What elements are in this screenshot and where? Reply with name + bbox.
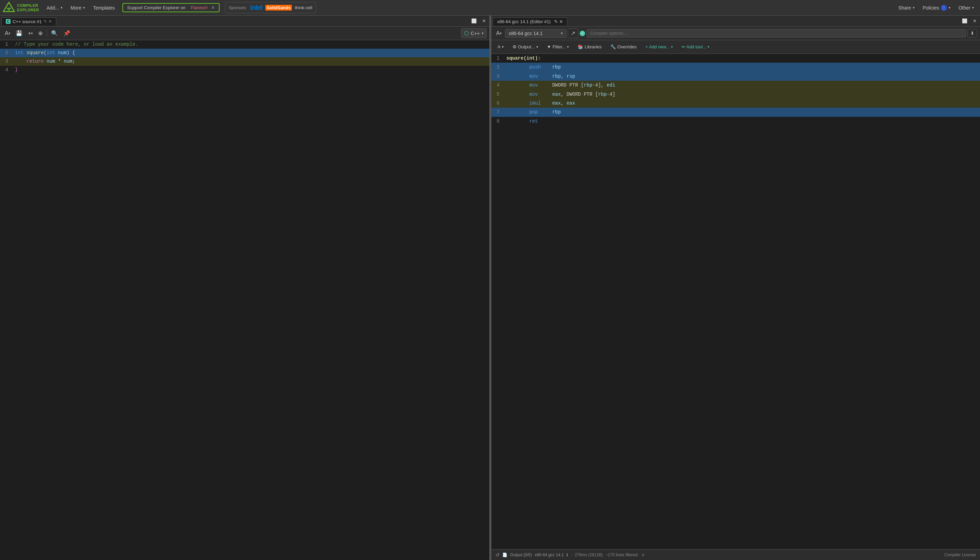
compiler-tab-close-icon[interactable]: ✕ bbox=[559, 19, 563, 24]
code-line: 2 int square(int num) { bbox=[0, 49, 489, 57]
add-chevron-icon: ▾ bbox=[61, 6, 62, 10]
logo-text: COMPILER EXPLORER bbox=[17, 3, 39, 12]
compiler-open-button[interactable]: ↗ bbox=[568, 28, 578, 38]
compiler-tab-bar: x86-64 gcc 14.1 (Editor #1) ✎ ✕ ⬜ ✕ bbox=[492, 16, 980, 27]
asm-line: 4 mov DWORD PTR [rbp-4], edi bbox=[492, 81, 980, 90]
asm-line: 1 square(int): bbox=[492, 54, 980, 63]
assembly-output[interactable]: 1 square(int): 2 push rbp 3 mov rbp, rsp… bbox=[492, 54, 980, 549]
logo[interactable]: COMPILER EXPLORER bbox=[3, 2, 39, 14]
override-icon: 🔧 bbox=[610, 44, 616, 49]
add-tool-button[interactable]: ✏ Add tool... ▾ bbox=[678, 43, 712, 51]
other-chevron-icon: ▾ bbox=[972, 6, 974, 10]
compiler-pane: x86-64 gcc 14.1 (Editor #1) ✎ ✕ ⬜ ✕ A ▾ … bbox=[492, 16, 980, 560]
filter-button[interactable]: ▼ Filter... ▾ bbox=[544, 43, 572, 51]
compiler-tab[interactable]: x86-64 gcc 14.1 (Editor #1) ✎ ✕ bbox=[493, 17, 567, 25]
status-timing: · bbox=[571, 553, 572, 557]
output-settings-button[interactable]: ⚙ Output... ▾ bbox=[509, 43, 542, 51]
compiler-font-button[interactable]: A ▾ bbox=[494, 29, 503, 37]
diff-button[interactable]: ⊕ bbox=[36, 29, 45, 37]
library-icon: 📚 bbox=[578, 44, 583, 49]
compiler-status-bar: ↺ 📄 Output (0/0) x86-64 gcc 14.1 ℹ · 276… bbox=[492, 549, 980, 560]
font-size-button[interactable]: A ▾ bbox=[3, 29, 12, 37]
editor-tab-actions: ✎ ✕ bbox=[43, 19, 52, 24]
cpp-icon: C bbox=[6, 19, 10, 24]
editor-pane: C C++ source #1 ✎ ✕ ⬜ ✕ A ▾ 💾 + bbox=[0, 16, 490, 560]
add-pane-button[interactable]: + ▾ bbox=[26, 29, 35, 37]
language-label: C++ bbox=[471, 31, 480, 36]
overrides-button[interactable]: 🔧 Overrides bbox=[607, 43, 640, 51]
pin-icon: 📌 bbox=[64, 30, 70, 37]
output-toolbar: A ▾ ⚙ Output... ▾ ▼ Filter... ▾ 📚 Librar… bbox=[492, 40, 980, 54]
solidsands-sponsor: SolidSands bbox=[265, 5, 292, 10]
policies-chevron-icon: ▾ bbox=[948, 6, 950, 10]
editor-maximize-button[interactable]: ⬜ bbox=[469, 17, 479, 25]
lines-icon: ≡ bbox=[642, 553, 644, 557]
diff-icon: ⊕ bbox=[38, 30, 43, 37]
output-font-chevron-icon: ▾ bbox=[502, 45, 503, 49]
intel-sponsor: intel bbox=[250, 4, 263, 12]
patreon-link[interactable]: Patreon! bbox=[191, 5, 207, 10]
templates-button[interactable]: Templates bbox=[90, 4, 118, 12]
compiler-maximize-button[interactable]: ⬜ bbox=[960, 17, 970, 25]
editor-tab-close-icon[interactable]: ✕ bbox=[48, 19, 52, 24]
filter-icon: ▼ bbox=[547, 44, 551, 49]
navbar-right: Share ▾ Policies 👤 ▾ Other ▾ bbox=[895, 3, 977, 12]
editor-tab-edit-icon[interactable]: ✎ bbox=[43, 19, 47, 24]
compiler-toolbar: A ▾ x86-64 gcc 14.1 ▾ ↗ ✓ ⬇ bbox=[492, 27, 980, 40]
editor-tab[interactable]: C C++ source #1 ✎ ✕ bbox=[2, 17, 56, 25]
sponsors-container: Sponsors intel SolidSands think-cell bbox=[225, 2, 316, 13]
navbar: COMPILER EXPLORER Add... ▾ More ▾ Templa… bbox=[0, 0, 980, 16]
compiler-selector[interactable]: x86-64 gcc 14.1 ▾ bbox=[505, 29, 566, 38]
info-icon: ℹ bbox=[566, 553, 568, 557]
support-close-icon[interactable]: ✕ bbox=[211, 5, 215, 10]
compiler-license-link[interactable]: Compiler License bbox=[944, 553, 976, 557]
asm-line: 2 push rbp bbox=[492, 63, 980, 72]
compiler-close-button[interactable]: ✕ bbox=[971, 17, 978, 25]
policies-menu-button[interactable]: Policies 👤 ▾ bbox=[919, 3, 954, 12]
add-new-chevron-icon: ▾ bbox=[671, 45, 673, 49]
share-chevron-icon: ▾ bbox=[913, 6, 915, 10]
add-menu-button[interactable]: Add... ▾ bbox=[43, 4, 66, 12]
more-chevron-icon: ▾ bbox=[83, 6, 85, 10]
refresh-icon[interactable]: ↺ bbox=[495, 552, 500, 558]
save-button[interactable]: 💾 bbox=[13, 29, 25, 37]
pin-button[interactable]: 📌 bbox=[61, 29, 72, 37]
thinkcell-sponsor: think-cell bbox=[294, 5, 312, 10]
editor-toolbar: A ▾ 💾 + ▾ ⊕ 🔍 📌 ⬡ C++ bbox=[0, 27, 489, 40]
timing-label: 276ms (2811B) bbox=[575, 553, 603, 557]
code-line: 3 return num * num; bbox=[0, 57, 489, 66]
external-link-icon: ↗ bbox=[571, 30, 575, 37]
compiler-tab-edit-icon[interactable]: ✎ bbox=[554, 19, 558, 24]
code-editor[interactable]: 1 // Type your code here, or load an exa… bbox=[0, 40, 489, 560]
more-menu-button[interactable]: More ▾ bbox=[67, 4, 88, 12]
add-icon: + bbox=[28, 30, 31, 37]
output-font-button[interactable]: A ▾ bbox=[494, 43, 507, 51]
libraries-button[interactable]: 📚 Libraries bbox=[574, 43, 605, 51]
compiler-chevron-icon: ▾ bbox=[561, 31, 563, 35]
compiler-options-input[interactable] bbox=[587, 29, 966, 37]
asm-line: 3 mov rbp, rsp bbox=[492, 72, 980, 81]
other-menu-button[interactable]: Other ▾ bbox=[955, 4, 977, 12]
support-banner: Support Compiler Explorer on Patreon! ✕ bbox=[122, 3, 220, 12]
cpp-logo-icon: ⬡ bbox=[464, 30, 469, 37]
save-icon: 💾 bbox=[16, 30, 22, 37]
svg-rect-2 bbox=[7, 9, 10, 10]
asm-line: 5 mov eax, DWORD PTR [rbp-4] bbox=[492, 90, 980, 99]
output-count-label: Output (0/0) bbox=[510, 553, 532, 557]
editor-close-button[interactable]: ✕ bbox=[480, 17, 488, 25]
share-menu-button[interactable]: Share ▾ bbox=[895, 4, 918, 12]
main-layout: C C++ source #1 ✎ ✕ ⬜ ✕ A ▾ 💾 + bbox=[0, 16, 980, 560]
lang-chevron-icon: ▾ bbox=[482, 31, 483, 35]
asm-line: 6 imul eax, eax bbox=[492, 99, 980, 108]
toolbar-separator bbox=[47, 30, 47, 37]
add-new-button[interactable]: + Add new... ▾ bbox=[642, 43, 676, 51]
search-button[interactable]: 🔍 bbox=[49, 29, 60, 37]
filter-chevron-icon: ▾ bbox=[567, 45, 569, 49]
logo-icon bbox=[3, 2, 15, 14]
lines-filtered-label: ~170 lines filtered bbox=[605, 553, 638, 557]
compiler-tab-label: x86-64 gcc 14.1 (Editor #1) bbox=[497, 19, 551, 24]
settings-icon: ⚙ bbox=[512, 44, 517, 49]
language-selector[interactable]: ⬡ C++ ▾ bbox=[461, 28, 487, 38]
compiler-expand-button[interactable]: ⬇ bbox=[967, 29, 977, 37]
compiler-font-chevron-icon: ▾ bbox=[500, 31, 502, 35]
